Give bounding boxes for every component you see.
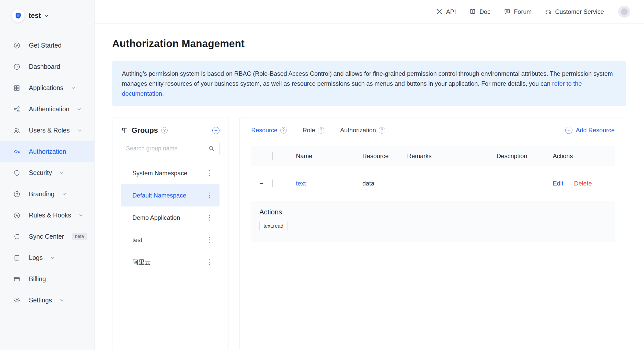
authorization-help-icon[interactable]: ? xyxy=(379,127,385,134)
topbar-item-label: Doc xyxy=(479,8,490,15)
user-avatar[interactable] xyxy=(618,6,630,18)
remarks-cell: -- xyxy=(407,180,497,187)
banner-text-end: . xyxy=(162,90,164,97)
more-menu-icon[interactable]: ⋮ xyxy=(206,192,213,199)
sidebar-item-users-roles[interactable]: Users & Roles xyxy=(0,120,94,141)
shield-icon xyxy=(13,169,21,177)
book-icon xyxy=(469,8,476,15)
sync-icon xyxy=(13,233,21,240)
group-item-system-namespace[interactable]: System Namespace ⋮ xyxy=(121,162,220,184)
sidebar-menu: Get Started Dashboard Applications Authe… xyxy=(0,35,94,311)
page-title: Authorization Management xyxy=(112,38,626,49)
role-help-icon[interactable]: ? xyxy=(318,127,324,134)
tab-role[interactable]: Role ? xyxy=(303,127,324,134)
workspace-switcher[interactable]: test xyxy=(0,0,94,22)
namespace-icon xyxy=(121,127,128,134)
delete-button[interactable]: Delete xyxy=(574,180,592,187)
search-input[interactable] xyxy=(126,145,208,152)
group-item-label: Demo Application xyxy=(132,214,180,221)
topbar-api-link[interactable]: API xyxy=(436,8,456,15)
add-resource-button[interactable]: + Add Resource xyxy=(565,127,615,134)
sidebar-item-applications[interactable]: Applications xyxy=(0,77,94,99)
group-list: System Namespace ⋮ Default Namespace ⋮ D… xyxy=(121,162,220,273)
group-item-test[interactable]: test ⋮ xyxy=(121,229,220,251)
credit-card-icon xyxy=(13,275,21,283)
sidebar-item-authentication[interactable]: Authentication xyxy=(0,99,94,120)
sidebar-item-dashboard[interactable]: Dashboard xyxy=(0,56,94,77)
more-menu-icon[interactable]: ⋮ xyxy=(206,214,213,221)
topbar-forum-link[interactable]: Forum xyxy=(504,8,532,15)
column-header-remarks: Remarks xyxy=(407,152,497,160)
group-item-label: Default Namespace xyxy=(132,192,186,199)
sidebar-item-label: Settings xyxy=(29,297,52,304)
edit-button[interactable]: Edit xyxy=(553,180,563,187)
sidebar-item-rules-hooks[interactable]: Rules & Hooks xyxy=(0,205,94,226)
info-banner: Authing's permission system is based on … xyxy=(112,61,626,106)
groups-title: Groups xyxy=(132,126,158,135)
column-header-name: Name xyxy=(296,152,362,160)
group-item-aliyun[interactable]: 阿里云 ⋮ xyxy=(121,251,220,273)
select-all-checkbox[interactable] xyxy=(272,152,273,160)
chevron-down-icon xyxy=(44,13,49,17)
more-menu-icon[interactable]: ⋮ xyxy=(206,236,213,243)
groups-header: Groups ? + xyxy=(121,126,220,135)
chevron-down-icon xyxy=(78,107,81,110)
actions-label: Actions: xyxy=(259,208,606,216)
resource-name-link[interactable]: text xyxy=(296,180,306,187)
sidebar-item-label: Dashboard xyxy=(29,63,60,70)
tab-authorization[interactable]: Authorization ? xyxy=(340,127,385,134)
sidebar-item-authorization[interactable]: Authorization xyxy=(0,141,94,162)
sidebar-item-label: Security xyxy=(29,169,52,177)
resource-help-icon[interactable]: ? xyxy=(280,127,287,134)
avatar-placeholder-icon xyxy=(621,8,628,15)
chevron-down-icon xyxy=(78,128,81,132)
add-resource-label: Add Resource xyxy=(576,127,615,134)
sidebar-item-branding[interactable]: Branding xyxy=(0,183,94,205)
row-checkbox[interactable] xyxy=(272,179,273,187)
group-item-demo-application[interactable]: Demo Application ⋮ xyxy=(121,206,220,229)
table-row: − text data -- Edit Delete xyxy=(251,166,615,201)
expanded-row-detail: Actions: text:read xyxy=(251,201,615,242)
sidebar-item-label: Applications xyxy=(29,84,63,92)
topbar-customer-service-link[interactable]: Customer Service xyxy=(545,8,604,15)
add-group-button[interactable]: + xyxy=(212,127,220,134)
resource-panel: Resource ? Role ? Authorization ? xyxy=(239,117,626,350)
sidebar-item-settings[interactable]: Settings xyxy=(0,290,94,311)
collapse-row-icon[interactable]: − xyxy=(259,180,263,187)
topbar-item-label: Customer Service xyxy=(555,8,604,15)
tab-resource[interactable]: Resource ? xyxy=(251,127,287,134)
banner-text: Authing's permission system is based on … xyxy=(122,70,613,87)
sidebar-item-get-started[interactable]: Get Started xyxy=(0,35,94,56)
group-item-label: System Namespace xyxy=(132,170,187,177)
tabs: Resource ? Role ? Authorization ? xyxy=(251,127,385,134)
grid-icon xyxy=(13,84,21,92)
group-item-label: 阿里云 xyxy=(132,258,151,266)
sidebar-item-label: Authorization xyxy=(29,148,66,155)
topbar-item-label: API xyxy=(446,8,456,15)
sidebar-item-logs[interactable]: Logs xyxy=(0,247,94,268)
users-icon xyxy=(13,127,21,134)
group-item-default-namespace[interactable]: Default Namespace ⋮ xyxy=(121,184,220,206)
resource-type-cell: data xyxy=(362,180,407,187)
resource-panel-header: Resource ? Role ? Authorization ? xyxy=(251,127,615,134)
panels-row: Groups ? + System Namespace ⋮ xyxy=(112,117,626,350)
topbar-doc-link[interactable]: Doc xyxy=(469,8,490,15)
chevron-down-icon xyxy=(60,171,63,174)
headset-icon xyxy=(545,8,552,15)
more-menu-icon[interactable]: ⋮ xyxy=(206,259,213,266)
chevron-down-icon xyxy=(51,256,54,259)
more-menu-icon[interactable]: ⋮ xyxy=(206,170,213,177)
list-icon xyxy=(13,254,21,262)
workspace-name: test xyxy=(29,12,41,20)
plus-circle-icon: + xyxy=(212,127,220,134)
select-all-cell xyxy=(272,152,296,160)
gauge-icon xyxy=(13,63,21,71)
column-header-description: Description xyxy=(497,152,553,160)
resource-table: Name Resource Remarks Description Action… xyxy=(251,146,615,242)
groups-help-icon[interactable]: ? xyxy=(161,127,168,134)
main-area: API Doc Forum Customer Service Authoriza… xyxy=(95,0,644,350)
chevron-down-icon xyxy=(72,86,75,89)
sidebar-item-security[interactable]: Security xyxy=(0,162,94,183)
sidebar-item-sync-center[interactable]: Sync Center beta xyxy=(0,226,94,247)
sidebar-item-billing[interactable]: Billing xyxy=(0,268,94,290)
